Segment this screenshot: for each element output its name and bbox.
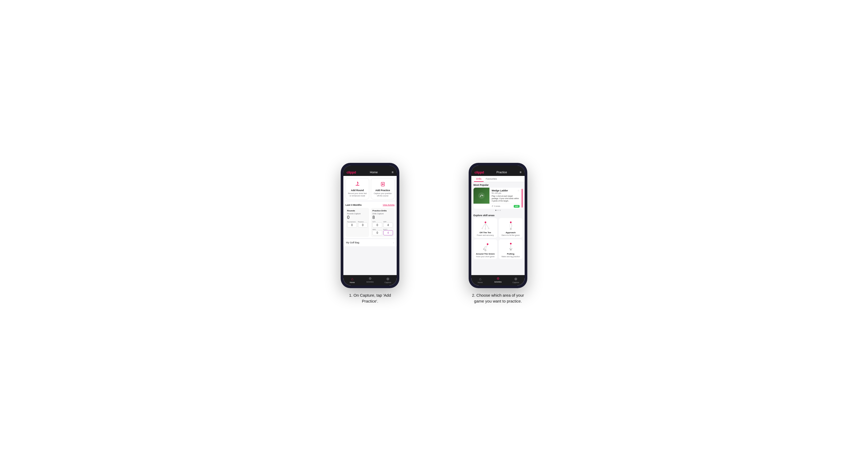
app-badge: APP [514, 205, 520, 208]
add-round-icon [354, 181, 361, 188]
skill-grid: Off The Tee Power and accuracy [473, 218, 523, 259]
skill-section: Explore skill areas [471, 213, 525, 261]
drills-sub-stats-2: ARG 0 PUTT 4 [372, 229, 393, 236]
nav-home-1[interactable]: ⌂ Home [343, 275, 361, 285]
around-the-green-visual [480, 242, 491, 252]
app-stat: APP 4 [383, 221, 393, 228]
nav-capture-1[interactable]: ⊕ Capture [379, 275, 397, 285]
add-practice-desc: Capture your practice off-the-course [373, 192, 393, 197]
add-round-card[interactable]: Add Round Record your shots fast or enha… [345, 178, 369, 199]
nav-activities-1[interactable]: ⚙ Activities [361, 275, 379, 285]
star-icon[interactable]: ☆ [518, 189, 520, 192]
phone-2-frame: clippd Practice ≡ Drills Favourites Most… [469, 163, 527, 288]
tournament-label: Tournament [347, 221, 357, 223]
putting-title: Putting [507, 253, 515, 255]
chevron-right-icon: › [393, 241, 394, 244]
add-practice-card[interactable]: Add Practice Capture your practice off-t… [371, 178, 395, 199]
clock-icon: ⏱ [492, 205, 493, 207]
putt-label: PUTT [383, 229, 393, 230]
screen-content-2: Most Popular [471, 182, 525, 275]
featured-yardage: 50–100 yds [492, 192, 520, 194]
featured-info: Wedge Ladder ☆ 50–100 yds Play 1 shot at… [490, 188, 522, 204]
golf-bag-row[interactable]: My Golf Bag › [343, 239, 397, 246]
approach-visual [505, 220, 516, 230]
hamburger-icon-1[interactable]: ≡ [392, 170, 394, 174]
action-cards: Add Round Record your shots fast or enha… [343, 176, 397, 200]
stats-section: Last 3 Months View Activity Rounds Round… [343, 201, 397, 238]
activities-icon-1: ⚙ [369, 277, 372, 280]
svg-point-17 [483, 249, 485, 250]
caption-2: 2. Choose which area of your game you wa… [469, 292, 527, 304]
approach-desc: Dial-in to hit the green [501, 234, 520, 236]
status-bar-1 [343, 165, 397, 169]
tabs-bar: Drills Favourites [471, 176, 525, 182]
bottom-nav-1: ⌂ Home ⚙ Activities ⊕ Capture [343, 275, 397, 285]
app-title-1: Home [370, 170, 377, 174]
svg-point-5 [483, 195, 483, 196]
caption-1: 1. On Capture, tap 'Add Practice'. [341, 292, 399, 304]
app-header-2: clippd Practice ≡ [471, 169, 525, 176]
shots-count-text: 9 shots [494, 205, 500, 207]
drills-sub-stats: OTT 0 APP 4 [372, 221, 393, 228]
stats-header: Last 3 Months View Activity [345, 204, 395, 206]
golf-bag-label: My Golf Bag [346, 241, 359, 244]
practice-label: Practice [358, 221, 368, 223]
off-the-tee-desc: Power and accuracy [477, 234, 494, 236]
tab-drills[interactable]: Drills [474, 176, 484, 182]
skill-around-the-green[interactable]: Around The Green Hone your short game [473, 239, 497, 259]
add-round-desc: Record your shots fast or enhanced mode [347, 192, 367, 197]
nav-home-2[interactable]: ⌂ Home [471, 275, 489, 285]
dot-3 [500, 210, 501, 211]
phone-1-screen: clippd Home ≡ [343, 165, 397, 285]
tab-favourites[interactable]: Favourites [484, 176, 499, 182]
status-bar-2 [471, 165, 525, 169]
putting-visual [505, 242, 516, 252]
nav-capture-2[interactable]: ⊕ Capture [507, 275, 525, 285]
rounds-sub-stats: Tournament 0 Practice 0 [347, 221, 368, 228]
rounds-col-title: Rounds [347, 210, 368, 212]
view-activity-link[interactable]: View Activity [383, 204, 395, 206]
featured-card[interactable]: Wedge Ladder ☆ 50–100 yds Play 1 shot at… [473, 188, 523, 209]
featured-card-title: Wedge Ladder [492, 189, 508, 192]
app-title-2: Practice [496, 170, 507, 174]
skill-putting[interactable]: Putting Make and lag practice [499, 239, 523, 259]
approach-title: Approach [506, 231, 516, 234]
ott-value: 0 [372, 223, 382, 228]
svg-point-15 [487, 243, 488, 245]
add-practice-title: Add Practice [375, 189, 390, 192]
explore-title: Explore skill areas [473, 214, 523, 217]
skill-off-the-tee[interactable]: Off The Tee Power and accuracy [473, 218, 497, 238]
home-icon-1: ⌂ [351, 277, 353, 281]
home-icon-2: ⌂ [479, 277, 481, 281]
app-value: 4 [383, 223, 393, 228]
nav-activities-2[interactable]: ⚙ Activities [489, 275, 507, 285]
rounds-main-value: 0 [347, 215, 368, 220]
drills-main-value: 8 [372, 215, 393, 220]
carousel-dots [473, 209, 523, 212]
screen-content-1: Add Round Record your shots fast or enha… [343, 176, 397, 275]
dot-1 [495, 210, 496, 211]
phone-1-frame: clippd Home ≡ [341, 163, 399, 288]
rounds-capture-label: Rounds Capture [347, 213, 368, 215]
nav-activities-label-2: Activities [494, 281, 502, 283]
caption-text-1: 1. On Capture, tap 'Add Practice'. [341, 292, 399, 304]
nav-home-label-1: Home [350, 281, 355, 283]
svg-point-13 [510, 221, 512, 223]
putt-value: 4 [383, 230, 393, 236]
hamburger-icon-2[interactable]: ≡ [520, 170, 521, 174]
app-logo-2: clippd [474, 170, 484, 174]
most-popular-title: Most Popular [473, 184, 523, 186]
off-the-tee-title: Off The Tee [479, 231, 491, 234]
skill-approach[interactable]: Approach Dial-in to hit the green [499, 218, 523, 238]
phone-1-section: clippd Home ≡ [314, 163, 426, 304]
bottom-nav-2: ⌂ Home ⚙ Activities ⊕ Capture [471, 275, 525, 285]
caption-text-2: 2. Choose which area of your game you wa… [469, 292, 527, 304]
app-label: APP [383, 221, 393, 223]
nav-home-label-2: Home [478, 281, 483, 283]
activities-icon-2: ⚙ [497, 277, 500, 280]
svg-point-18 [510, 243, 512, 244]
off-the-tee-visual [480, 220, 491, 230]
around-the-green-desc: Hone your short game [476, 256, 495, 257]
stats-period: Last 3 Months [345, 204, 362, 206]
dot-2 [497, 210, 498, 211]
